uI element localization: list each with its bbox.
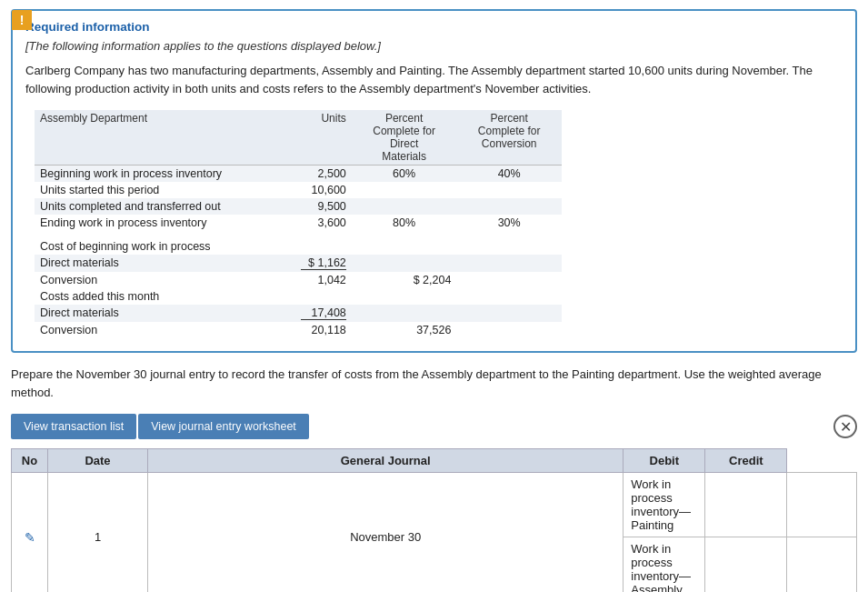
col-header-pct-dm: Percent Complete for Direct Materials	[352, 110, 457, 166]
view-journal-entry-button[interactable]: View journal entry worksheet	[138, 414, 309, 439]
table-row: Units started this period 10,600	[35, 182, 562, 198]
journal-table: No Date General Journal Debit Credit ✎ 1…	[11, 448, 857, 592]
cost-val1: 17,408	[271, 305, 352, 322]
edit-icon[interactable]: ✎	[25, 530, 35, 545]
cost-empty	[456, 322, 562, 338]
cost-val1	[271, 288, 352, 305]
row-gj-entry[interactable]: Work in process inventory—Painting	[624, 473, 705, 537]
row-pct-conv: 30%	[456, 215, 562, 231]
col-header-debit: Debit	[624, 449, 705, 473]
cost-row: Conversion 1,042 $ 2,204	[35, 272, 562, 288]
table-row: Beginning work in process inventory 2,50…	[35, 166, 562, 183]
row-label: Units completed and transferred out	[35, 198, 271, 215]
cost-empty	[456, 305, 562, 322]
cost-label: Costs added this month	[35, 288, 271, 305]
cost-val2: 37,526	[352, 322, 457, 338]
cost-val1	[271, 238, 352, 255]
table-row: Ending work in process inventory 3,600 8…	[35, 215, 562, 231]
cost-label: Conversion	[35, 322, 271, 338]
row-units: 9,500	[271, 198, 352, 215]
col-header-pct-conv: Percent Complete for Conversion	[456, 110, 562, 166]
row-pct-conv	[456, 182, 562, 198]
row-units: 3,600	[271, 215, 352, 231]
cost-val2	[352, 305, 457, 322]
col-header-gj: General Journal	[148, 449, 624, 473]
row-label: Beginning work in process inventory	[35, 166, 271, 183]
cost-val1: 20,118	[271, 322, 352, 338]
cost-label: Cost of beginning work in process	[35, 238, 271, 255]
col-header-date: Date	[48, 449, 148, 473]
main-text: Carlberg Company has two manufacturing d…	[25, 62, 843, 97]
cost-row: Direct materials 17,408	[35, 305, 562, 322]
page-wrapper: ! Required information [The following in…	[0, 9, 868, 592]
assembly-data-table: Assembly Department Units Percent Comple…	[35, 110, 562, 338]
alert-icon: !	[12, 10, 32, 30]
row-pct-conv	[456, 198, 562, 215]
journal-row: ✎ 1 November 30 Work in process inventor…	[12, 473, 857, 537]
info-box-content: Required information [The following info…	[13, 11, 855, 351]
row-pct-dm: 60%	[352, 166, 457, 183]
row-no: 1	[48, 473, 148, 593]
row-credit[interactable]	[787, 473, 857, 537]
col-header-department: Assembly Department	[35, 110, 271, 166]
close-button[interactable]: ✕	[833, 415, 857, 438]
row-units: 10,600	[271, 182, 352, 198]
row-pct-dm: 80%	[352, 215, 457, 231]
cost-empty	[456, 288, 562, 305]
cost-val2: $ 2,204	[352, 272, 457, 288]
cost-row: Cost of beginning work in process	[35, 238, 562, 255]
cost-val2	[352, 288, 457, 305]
cost-row: Conversion 20,118 37,526	[35, 322, 562, 338]
question-text: Prepare the November 30 journal entry to…	[11, 366, 857, 401]
cost-val2	[352, 238, 457, 255]
cost-empty	[456, 238, 562, 255]
cost-val1: $ 1,162	[271, 255, 352, 272]
row-gj-entry[interactable]: Work in process inventory—Assembly	[624, 537, 705, 593]
row-label: Ending work in process inventory	[35, 215, 271, 231]
col-header-credit: Credit	[705, 449, 787, 473]
edit-cell: ✎	[12, 473, 48, 593]
row-pct-dm	[352, 182, 457, 198]
row-units: 2,500	[271, 166, 352, 183]
cost-row: Direct materials $ 1,162	[35, 255, 562, 272]
info-box-title: Required information	[25, 20, 843, 34]
col-header-units: Units	[271, 110, 352, 166]
cost-empty	[456, 255, 562, 272]
row-date: November 30	[148, 473, 624, 593]
cost-label: Conversion	[35, 272, 271, 288]
row-credit-empty[interactable]	[787, 537, 857, 593]
cost-val1: 1,042	[271, 272, 352, 288]
view-transaction-list-button[interactable]: View transaction list	[11, 414, 136, 439]
cost-val2	[352, 255, 457, 272]
cost-empty	[456, 272, 562, 288]
buttons-row: View transaction list View journal entry…	[11, 414, 857, 439]
italic-note: [The following information applies to th…	[25, 39, 843, 53]
row-pct-conv: 40%	[456, 166, 562, 183]
col-header-no: No	[12, 449, 48, 473]
row-debit[interactable]	[705, 473, 787, 537]
cost-label: Direct materials	[35, 305, 271, 322]
cost-label: Direct materials	[35, 255, 271, 272]
cost-row: Costs added this month	[35, 288, 562, 305]
row-pct-dm	[352, 198, 457, 215]
row-label: Units started this period	[35, 182, 271, 198]
table-row: Units completed and transferred out 9,50…	[35, 198, 562, 215]
row-debit-empty[interactable]	[705, 537, 787, 593]
info-box: ! Required information [The following in…	[11, 9, 857, 353]
